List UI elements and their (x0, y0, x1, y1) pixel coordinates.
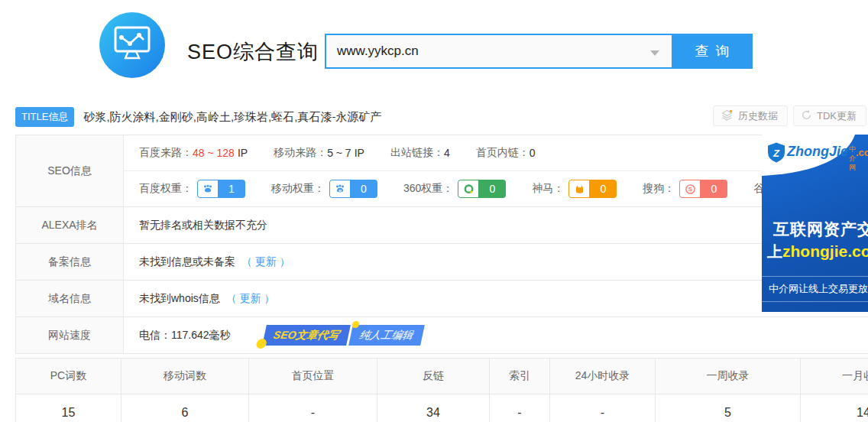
row-beian: 备案信息 未找到信息或未备案 （ 更新 ） (16, 244, 868, 281)
whois-text: 未找到whois信息 (139, 292, 220, 306)
row-alexa: ALEXA排名 暂无排名或相关数据不充分 (16, 207, 868, 244)
svg-text:S: S (688, 186, 692, 193)
alexa-text: 暂无排名或相关数据不充分 (139, 219, 267, 232)
col-homepage-position: 首页位置 (249, 359, 377, 394)
ad-headline: 互联网资产交易 (773, 219, 868, 240)
keyword-stats-table: PC词数 移动词数 首页位置 反链 索引 24小时收录 一周收录 一月收录 15… (15, 358, 868, 422)
shield-icon: Z (767, 141, 785, 167)
row-label: ALEXA排名 (16, 207, 124, 243)
val-month-collected[interactable]: 14 (801, 394, 868, 422)
row-label: 域名信息 (16, 281, 124, 316)
row-label: 备案信息 (16, 244, 124, 280)
history-data-button[interactable]: 历史数据 (713, 106, 788, 126)
col-24h-collected: 24小时收录 (550, 359, 656, 394)
title-info-badge: TITLE信息 (15, 107, 74, 127)
dropdown-arrow-icon[interactable] (650, 50, 659, 56)
so360-weight: 360权重： 0 (403, 180, 506, 198)
col-pc-words: PC词数 (16, 359, 121, 394)
val-backlinks[interactable]: 34 (377, 394, 490, 422)
tdk-refresh-button[interactable]: TDK更新 (793, 106, 866, 126)
ad-slogan: 中介网让线上交易更放心 (762, 276, 868, 302)
stats-header-row: PC词数 移动词数 首页位置 反链 索引 24小时收录 一周收录 一月收录 (15, 358, 868, 394)
site-title-text: 砂浆,防火涂料,金刚砂,高岭土,珍珠岩,蛭石,真石漆-永源矿产 (83, 110, 381, 125)
baidu-weight: 百度权重： 1 (139, 180, 245, 198)
traffic-line: 百度来路： 48 ~ 128 IP 移动来路： 5 ~ 7 IP 出站链接： 4… (124, 135, 868, 171)
speed-text: 电信：117.642毫秒 (139, 329, 231, 342)
sogou-s-icon: S (679, 180, 700, 198)
ad-banner-zhongjie[interactable]: Z ZhongJie 中介网 .com 互联网资产交易 上zhongjie.co… (762, 135, 868, 312)
monitor-chart-icon (114, 26, 151, 64)
val-index: - (490, 394, 550, 422)
row-label: 网站速度 (16, 317, 124, 353)
app-logo[interactable] (99, 12, 165, 78)
title-bar: TITLE信息 砂浆,防火涂料,金刚砂,高岭土,珍珠岩,蛭石,真石漆-永源矿产 … (15, 106, 868, 128)
whois-update-link[interactable]: （ 更新 ） (226, 292, 275, 306)
val-24h-collected: - (550, 394, 656, 422)
baidu-paw-icon (197, 180, 218, 198)
search-field (325, 34, 673, 69)
row-whois: 域名信息 未找到whois信息 （ 更新 ） (16, 281, 868, 317)
so360-weight-badge[interactable]: 0 (458, 180, 506, 198)
val-week-collected[interactable]: 5 (656, 394, 801, 422)
stats-values-row: 15 6 - 34 - - 5 14 (15, 394, 868, 422)
shenma-weight: 神马： 0 (532, 180, 617, 198)
zhongjie-logo: Z ZhongJie 中介网 .com (767, 141, 868, 172)
outbound-links: 出站链接： 4 (390, 146, 450, 160)
beian-update-link[interactable]: （ 更新 ） (241, 255, 290, 269)
seo-info-table: SEO信息 百度来路： 48 ~ 128 IP 移动来路： 5 ~ 7 IP 出… (15, 135, 868, 354)
sogou-weight: 搜狗： S 0 (643, 180, 727, 198)
sogou-weight-badge[interactable]: S 0 (679, 180, 727, 198)
col-mobile-words: 移动词数 (121, 359, 249, 394)
val-homepage-position: - (249, 394, 377, 422)
search-bar: 查 询 (325, 34, 753, 69)
val-pc-words[interactable]: 15 (16, 394, 121, 422)
row-label: SEO信息 (16, 135, 124, 206)
mobile-paw-icon: M (329, 180, 350, 198)
homepage-inlinks: 首页内链： 0 (476, 146, 536, 160)
svg-text:Z: Z (772, 148, 780, 159)
query-button[interactable]: 查 询 (673, 34, 753, 69)
mobile-traffic: 移动来路： 5 ~ 7 IP (274, 146, 364, 160)
row-seo-info: SEO信息 百度来路： 48 ~ 128 IP 移动来路： 5 ~ 7 IP 出… (16, 135, 868, 207)
ad-subheadline: 上zhongjie.com (767, 242, 868, 262)
mobile-weight: 移动权重： M 0 (271, 180, 377, 198)
col-week-collected: 一周收录 (656, 359, 801, 394)
promo-dot-icon (255, 339, 267, 349)
shenma-weight-badge[interactable]: 0 (568, 180, 617, 198)
col-index: 索引 (490, 359, 550, 394)
baidu-traffic: 百度来路： 48 ~ 128 IP (139, 146, 248, 160)
layers-icon (721, 109, 734, 124)
so360-icon (458, 180, 478, 198)
weights-line: 百度权重： 1 移动权重： (124, 171, 868, 206)
col-month-collected: 一月收录 (801, 359, 868, 394)
mobile-weight-badge[interactable]: M 0 (329, 180, 377, 198)
seo-article-promo-banner[interactable]: SEO文章代写 纯人工编辑 (262, 325, 424, 346)
col-backlinks: 反链 (377, 359, 490, 394)
row-speed: 网站速度 电信：117.642毫秒 SEO文章代写 纯人工编辑 (16, 317, 868, 353)
val-mobile-words[interactable]: 6 (121, 394, 249, 422)
shenma-cat-icon (568, 180, 589, 198)
refresh-icon (801, 109, 812, 123)
beian-text: 未找到信息或未备案 (139, 255, 235, 269)
search-input[interactable] (326, 35, 643, 67)
baidu-weight-badge[interactable]: 1 (197, 180, 245, 198)
svg-text:M: M (338, 189, 342, 193)
page-title: SEO综合查询 (187, 38, 319, 66)
